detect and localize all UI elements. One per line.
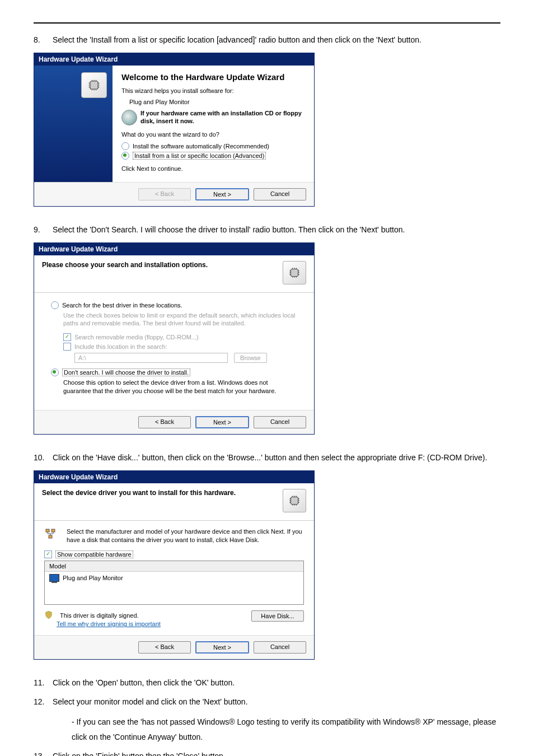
step-13: 13. Click on the 'Finish' button then th…	[34, 750, 500, 756]
step-12b-text: - If you can see the 'has not passed Win…	[53, 715, 500, 744]
hardware-chip-icon	[81, 72, 107, 98]
tree-icon	[44, 528, 58, 542]
svg-rect-5	[49, 535, 52, 538]
checkbox-search-removable-label: Search removable media (floppy, CD-ROM..…	[74, 334, 199, 340]
radio-search-best-label: Search for the best driver in these loca…	[62, 302, 182, 309]
checkbox-include-location: Include this location in the search:	[63, 343, 297, 351]
dialog-button-row: < Back Next > Cancel	[34, 182, 314, 206]
cd-icon	[121, 110, 137, 125]
next-button[interactable]: Next >	[195, 416, 249, 428]
cancel-button[interactable]: Cancel	[254, 188, 306, 200]
step-12-number: 12.	[34, 696, 53, 709]
model-list-item[interactable]: Plug and Play Monitor	[45, 572, 303, 604]
step-9-number: 9.	[34, 223, 53, 237]
step-12b: - If you can see the 'has not passed Win…	[34, 715, 500, 744]
hardware-chip-icon	[283, 261, 306, 284]
radio-install-auto-label: Install the software automatically (Reco…	[133, 143, 269, 150]
step-13-number: 13.	[34, 750, 53, 756]
step-12: 12. Select your monitor model and click …	[34, 696, 500, 709]
dialog-device-name: Plug and Play Monitor	[121, 99, 305, 105]
dialog-note: If your hardware came with an installati…	[140, 110, 305, 125]
horizontal-rule	[34, 22, 500, 24]
dialog-sidebar-image	[34, 66, 113, 182]
cancel-button[interactable]: Cancel	[254, 641, 306, 654]
step-11: 11. Click on the 'Open' button, then cli…	[34, 676, 500, 690]
step-10-text: Click on the 'Have disk...' button, then…	[53, 451, 500, 465]
browse-button: Browse	[234, 353, 267, 363]
radio-dont-search-label: Don't search. I will choose the driver t…	[62, 368, 190, 376]
step-9-text: Select the 'Don't Search. I will choose …	[53, 223, 500, 237]
step-10-number: 10.	[34, 451, 53, 465]
dialog-heading: Select the device driver you want to ins…	[42, 489, 236, 497]
dialog-help-line: This wizard helps you install software f…	[121, 87, 305, 94]
dialog-titlebar: Hardware Update Wizard	[34, 53, 314, 66]
checkbox-show-compatible-label: Show compatible hardware	[55, 550, 133, 558]
radio-dont-search[interactable]: Don't search. I will choose the driver t…	[51, 368, 297, 376]
checkbox-search-removable: Search removable media (floppy, CD-ROM..…	[63, 333, 297, 341]
radio-search-best-desc: Use the check boxes below to limit or ex…	[63, 311, 297, 328]
svg-rect-0	[90, 81, 98, 89]
dialog-instructions: Select the manufacturer and model of you…	[67, 528, 304, 544]
next-button[interactable]: Next >	[195, 641, 249, 654]
step-13-text: Click on the 'Finish' button then the 'C…	[53, 750, 500, 756]
dialog-welcome: Hardware Update Wizard Welcome to the Ha…	[34, 53, 315, 207]
next-button[interactable]: Next >	[195, 188, 249, 200]
driver-signed-block: This driver is digitally signed. Tell me…	[44, 610, 161, 627]
hardware-chip-icon	[283, 489, 306, 512]
shield-icon	[44, 610, 53, 620]
radio-icon	[51, 301, 59, 309]
dialog-titlebar: Hardware Update Wizard	[34, 243, 314, 255]
step-10: 10. Click on the 'Have disk...' button, …	[34, 451, 500, 465]
radio-icon	[51, 368, 59, 376]
svg-rect-4	[51, 529, 55, 532]
radio-search-best[interactable]: Search for the best driver in these loca…	[51, 301, 297, 309]
model-list-item-label: Plug and Play Monitor	[63, 575, 123, 581]
radio-icon	[121, 142, 129, 150]
monitor-icon	[49, 574, 59, 582]
svg-rect-1	[291, 269, 298, 276]
radio-install-advanced[interactable]: Install from a list or specific location…	[121, 152, 305, 160]
svg-rect-2	[291, 497, 298, 504]
model-column-header: Model	[45, 561, 303, 572]
radio-install-auto[interactable]: Install the software automatically (Reco…	[121, 142, 305, 150]
svg-rect-3	[46, 529, 49, 532]
driver-signing-link[interactable]: Tell me why driver signing is important	[57, 620, 161, 627]
driver-signed-text: This driver is digitally signed.	[60, 612, 139, 619]
dialog-heading: Please choose your search and installati…	[42, 261, 208, 269]
path-input: A:\	[74, 353, 228, 363]
step-11-number: 11.	[34, 676, 53, 690]
dialog-question: What do you want the wizard to do?	[121, 131, 305, 138]
radio-icon	[121, 152, 129, 160]
back-button[interactable]: < Back	[138, 416, 191, 428]
checkbox-include-location-label: Include this location in the search:	[74, 343, 167, 350]
checkbox-icon	[63, 333, 71, 341]
cancel-button[interactable]: Cancel	[254, 416, 306, 428]
dialog-button-row: < Back Next > Cancel	[34, 410, 314, 434]
dialog-search-options: Hardware Update Wizard Please choose you…	[34, 242, 315, 435]
have-disk-button[interactable]: Have Disk...	[251, 610, 304, 622]
radio-dont-search-desc: Choose this option to select the device …	[63, 379, 297, 395]
back-button: < Back	[138, 188, 191, 200]
checkbox-icon	[63, 343, 71, 351]
checkbox-icon	[44, 550, 52, 558]
dialog-heading: Welcome to the Hardware Update Wizard	[121, 72, 305, 82]
dialog-select-driver: Hardware Update Wizard Select the device…	[34, 470, 315, 660]
step-11-text: Click on the 'Open' button, then click t…	[53, 676, 500, 690]
dialog-button-row: < Back Next > Cancel	[34, 635, 314, 659]
dialog-continue-hint: Click Next to continue.	[121, 165, 305, 172]
back-button[interactable]: < Back	[138, 641, 191, 654]
step-8-number: 8.	[34, 34, 53, 47]
step-12-text: Select your monitor model and click on t…	[53, 696, 500, 709]
step-8-text: Select the 'Install from a list or speci…	[53, 34, 500, 47]
step-9: 9. Select the 'Don't Search. I will choo…	[34, 223, 500, 237]
model-list: Model Plug and Play Monitor	[44, 561, 304, 605]
step-8: 8. Select the 'Install from a list or sp…	[34, 34, 500, 47]
checkbox-show-compatible[interactable]: Show compatible hardware	[44, 550, 304, 558]
dialog-titlebar: Hardware Update Wizard	[34, 471, 314, 483]
radio-install-advanced-label: Install from a list or specific location…	[133, 152, 266, 160]
